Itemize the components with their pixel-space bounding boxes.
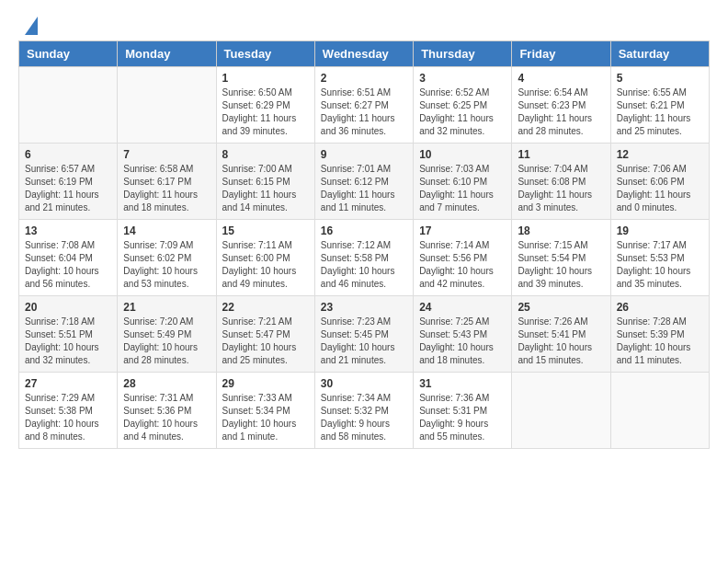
day-info: Sunrise: 7:33 AM Sunset: 5:34 PM Dayligh… <box>222 392 309 443</box>
calendar-day-cell: 26Sunrise: 7:28 AM Sunset: 5:39 PM Dayli… <box>610 296 709 373</box>
weekday-header-wednesday: Wednesday <box>314 41 413 67</box>
calendar-day-cell: 13Sunrise: 7:08 AM Sunset: 6:04 PM Dayli… <box>19 220 118 296</box>
calendar-day-cell: 15Sunrise: 7:11 AM Sunset: 6:00 PM Dayli… <box>216 220 314 296</box>
day-number: 26 <box>617 301 703 314</box>
calendar-day-cell: 14Sunrise: 7:09 AM Sunset: 6:02 PM Dayli… <box>118 220 216 296</box>
calendar-table: SundayMondayTuesdayWednesdayThursdayFrid… <box>18 40 710 449</box>
calendar-body: 1Sunrise: 6:50 AM Sunset: 6:29 PM Daylig… <box>19 67 710 449</box>
day-info: Sunrise: 7:09 AM Sunset: 6:02 PM Dayligh… <box>123 239 210 291</box>
day-info: Sunrise: 7:29 AM Sunset: 5:38 PM Dayligh… <box>25 392 111 443</box>
calendar-day-cell: 23Sunrise: 7:23 AM Sunset: 5:45 PM Dayli… <box>314 296 413 373</box>
calendar-day-cell <box>512 373 610 449</box>
calendar-day-cell <box>118 67 216 144</box>
day-number: 31 <box>419 377 506 390</box>
calendar-day-cell: 25Sunrise: 7:26 AM Sunset: 5:41 PM Dayli… <box>512 296 610 373</box>
day-number: 27 <box>25 377 111 390</box>
calendar-week-row: 6Sunrise: 6:57 AM Sunset: 6:19 PM Daylig… <box>19 144 710 220</box>
calendar-day-cell: 6Sunrise: 6:57 AM Sunset: 6:19 PM Daylig… <box>19 144 118 220</box>
weekday-header-row: SundayMondayTuesdayWednesdayThursdayFrid… <box>19 41 710 67</box>
day-info: Sunrise: 7:18 AM Sunset: 5:51 PM Dayligh… <box>25 316 111 367</box>
calendar-day-cell: 19Sunrise: 7:17 AM Sunset: 5:53 PM Dayli… <box>610 220 709 296</box>
calendar-week-row: 1Sunrise: 6:50 AM Sunset: 6:29 PM Daylig… <box>19 67 710 144</box>
day-info: Sunrise: 7:04 AM Sunset: 6:08 PM Dayligh… <box>518 163 604 214</box>
day-info: Sunrise: 7:31 AM Sunset: 5:36 PM Dayligh… <box>123 392 210 443</box>
calendar-week-row: 13Sunrise: 7:08 AM Sunset: 6:04 PM Dayli… <box>19 220 710 296</box>
day-info: Sunrise: 7:25 AM Sunset: 5:43 PM Dayligh… <box>419 316 506 367</box>
day-info: Sunrise: 7:01 AM Sunset: 6:12 PM Dayligh… <box>321 163 407 214</box>
logo-line1 <box>22 17 38 35</box>
calendar-day-cell: 8Sunrise: 7:00 AM Sunset: 6:15 PM Daylig… <box>216 144 314 220</box>
weekday-header-sunday: Sunday <box>19 41 118 67</box>
calendar-day-cell: 11Sunrise: 7:04 AM Sunset: 6:08 PM Dayli… <box>512 144 610 220</box>
calendar-day-cell: 2Sunrise: 6:51 AM Sunset: 6:27 PM Daylig… <box>314 67 413 144</box>
day-info: Sunrise: 6:54 AM Sunset: 6:23 PM Dayligh… <box>518 86 604 138</box>
day-number: 24 <box>419 301 506 314</box>
day-info: Sunrise: 7:08 AM Sunset: 6:04 PM Dayligh… <box>25 239 111 291</box>
day-number: 20 <box>25 301 111 314</box>
day-info: Sunrise: 7:26 AM Sunset: 5:41 PM Dayligh… <box>518 316 604 367</box>
day-info: Sunrise: 7:17 AM Sunset: 5:53 PM Dayligh… <box>617 239 703 291</box>
day-info: Sunrise: 7:23 AM Sunset: 5:45 PM Dayligh… <box>321 316 407 367</box>
day-number: 16 <box>321 224 407 237</box>
day-number: 1 <box>222 72 309 85</box>
calendar-day-cell: 1Sunrise: 6:50 AM Sunset: 6:29 PM Daylig… <box>216 67 314 144</box>
calendar-day-cell: 5Sunrise: 6:55 AM Sunset: 6:21 PM Daylig… <box>610 67 709 144</box>
calendar-day-cell: 9Sunrise: 7:01 AM Sunset: 6:12 PM Daylig… <box>314 144 413 220</box>
day-number: 25 <box>518 301 604 314</box>
calendar-day-cell: 24Sunrise: 7:25 AM Sunset: 5:43 PM Dayli… <box>414 296 512 373</box>
day-number: 9 <box>321 148 407 161</box>
day-number: 7 <box>123 148 210 161</box>
calendar-day-cell: 20Sunrise: 7:18 AM Sunset: 5:51 PM Dayli… <box>19 296 118 373</box>
weekday-header-tuesday: Tuesday <box>216 41 314 67</box>
day-number: 13 <box>25 224 111 237</box>
day-number: 22 <box>222 301 309 314</box>
day-number: 2 <box>321 72 407 85</box>
day-number: 28 <box>123 377 210 390</box>
calendar-day-cell: 10Sunrise: 7:03 AM Sunset: 6:10 PM Dayli… <box>414 144 512 220</box>
day-info: Sunrise: 7:14 AM Sunset: 5:56 PM Dayligh… <box>419 239 506 291</box>
calendar-day-cell: 30Sunrise: 7:34 AM Sunset: 5:32 PM Dayli… <box>314 373 413 449</box>
calendar-day-cell: 27Sunrise: 7:29 AM Sunset: 5:38 PM Dayli… <box>19 373 118 449</box>
day-info: Sunrise: 7:15 AM Sunset: 5:54 PM Dayligh… <box>518 239 604 291</box>
day-number: 6 <box>25 148 111 161</box>
day-number: 8 <box>222 148 309 161</box>
day-info: Sunrise: 7:28 AM Sunset: 5:39 PM Dayligh… <box>617 316 703 367</box>
day-info: Sunrise: 7:12 AM Sunset: 5:58 PM Dayligh… <box>321 239 407 291</box>
day-info: Sunrise: 6:57 AM Sunset: 6:19 PM Dayligh… <box>25 163 111 214</box>
day-number: 19 <box>617 224 703 237</box>
weekday-header-monday: Monday <box>118 41 216 67</box>
logo <box>22 17 38 33</box>
weekday-header-thursday: Thursday <box>414 41 512 67</box>
weekday-header-saturday: Saturday <box>610 41 709 67</box>
day-info: Sunrise: 6:55 AM Sunset: 6:21 PM Dayligh… <box>617 86 703 138</box>
day-number: 3 <box>419 72 506 85</box>
day-number: 12 <box>617 148 703 161</box>
day-number: 10 <box>419 148 506 161</box>
day-info: Sunrise: 7:11 AM Sunset: 6:00 PM Dayligh… <box>222 239 309 291</box>
calendar-day-cell: 28Sunrise: 7:31 AM Sunset: 5:36 PM Dayli… <box>118 373 216 449</box>
calendar-day-cell: 17Sunrise: 7:14 AM Sunset: 5:56 PM Dayli… <box>414 220 512 296</box>
calendar-day-cell: 31Sunrise: 7:36 AM Sunset: 5:31 PM Dayli… <box>414 373 512 449</box>
calendar-day-cell: 16Sunrise: 7:12 AM Sunset: 5:58 PM Dayli… <box>314 220 413 296</box>
day-info: Sunrise: 6:58 AM Sunset: 6:17 PM Dayligh… <box>123 163 210 214</box>
day-number: 21 <box>123 301 210 314</box>
day-number: 30 <box>321 377 407 390</box>
calendar-day-cell: 18Sunrise: 7:15 AM Sunset: 5:54 PM Dayli… <box>512 220 610 296</box>
calendar-header: SundayMondayTuesdayWednesdayThursdayFrid… <box>19 41 710 67</box>
page-header <box>0 0 728 40</box>
day-info: Sunrise: 6:52 AM Sunset: 6:25 PM Dayligh… <box>419 86 506 138</box>
day-number: 4 <box>518 72 604 85</box>
day-number: 15 <box>222 224 309 237</box>
weekday-header-friday: Friday <box>512 41 610 67</box>
day-number: 18 <box>518 224 604 237</box>
day-number: 17 <box>419 224 506 237</box>
calendar-week-row: 20Sunrise: 7:18 AM Sunset: 5:51 PM Dayli… <box>19 296 710 373</box>
calendar-day-cell <box>19 67 118 144</box>
calendar-day-cell: 7Sunrise: 6:58 AM Sunset: 6:17 PM Daylig… <box>118 144 216 220</box>
day-number: 11 <box>518 148 604 161</box>
day-number: 5 <box>617 72 703 85</box>
day-info: Sunrise: 7:03 AM Sunset: 6:10 PM Dayligh… <box>419 163 506 214</box>
calendar-week-row: 27Sunrise: 7:29 AM Sunset: 5:38 PM Dayli… <box>19 373 710 449</box>
calendar-day-cell: 22Sunrise: 7:21 AM Sunset: 5:47 PM Dayli… <box>216 296 314 373</box>
calendar-day-cell: 4Sunrise: 6:54 AM Sunset: 6:23 PM Daylig… <box>512 67 610 144</box>
